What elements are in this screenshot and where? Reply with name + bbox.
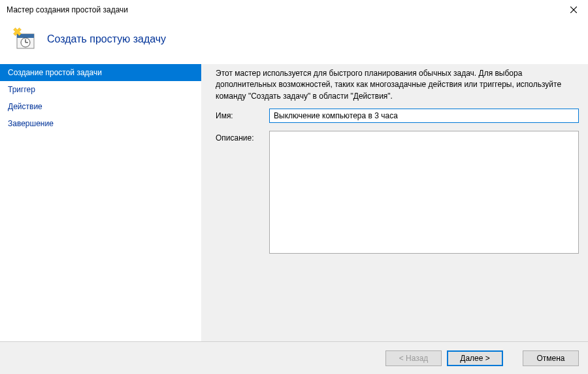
sidebar-step-finish[interactable]: Завершение bbox=[0, 115, 201, 132]
sidebar-step-label: Завершение bbox=[8, 119, 54, 128]
next-button[interactable]: Далее > bbox=[447, 350, 503, 366]
wizard-icon bbox=[13, 27, 37, 51]
description-textarea[interactable] bbox=[269, 131, 579, 254]
content-area: Создание простой задачи Триггер Действие… bbox=[0, 64, 588, 341]
sidebar-step-label: Триггер bbox=[8, 85, 35, 94]
description-row: Описание: bbox=[216, 131, 579, 254]
wizard-title: Создать простую задачу bbox=[47, 33, 166, 45]
name-row: Имя: bbox=[216, 109, 579, 123]
sidebar-step-label: Действие bbox=[8, 102, 42, 111]
window-title: Мастер создания простой задачи bbox=[7, 5, 128, 14]
sidebar-step-trigger[interactable]: Триггер bbox=[0, 81, 201, 98]
sidebar-step-create[interactable]: Создание простой задачи bbox=[0, 64, 201, 81]
wizard-header: Создать простую задачу bbox=[0, 20, 588, 64]
wizard-main: Этот мастер используется для быстрого пл… bbox=[201, 64, 588, 341]
sidebar-step-label: Создание простой задачи bbox=[8, 68, 102, 77]
wizard-footer: < Назад Далее > Отмена bbox=[0, 341, 588, 374]
cancel-button[interactable]: Отмена bbox=[523, 350, 579, 366]
titlebar: Мастер создания простой задачи bbox=[0, 0, 588, 20]
sidebar-step-action[interactable]: Действие bbox=[0, 98, 201, 115]
back-button: < Назад bbox=[385, 350, 442, 366]
description-label: Описание: bbox=[216, 131, 269, 143]
close-button[interactable] bbox=[559, 0, 588, 20]
name-input[interactable] bbox=[269, 109, 579, 123]
intro-text: Этот мастер используется для быстрого пл… bbox=[216, 68, 579, 102]
close-icon bbox=[570, 7, 577, 13]
name-label: Имя: bbox=[216, 109, 269, 120]
wizard-sidebar: Создание простой задачи Триггер Действие… bbox=[0, 64, 201, 341]
